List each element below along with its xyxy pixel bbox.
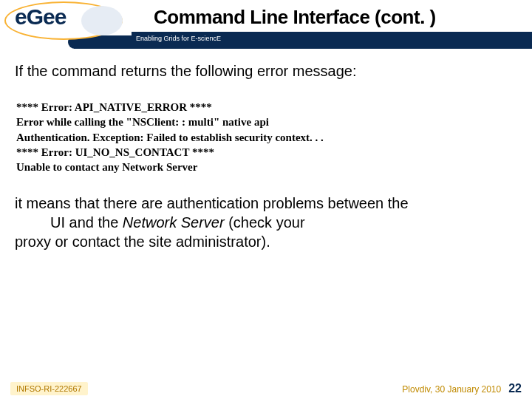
- error-line: Unable to contact any Network Server: [16, 160, 516, 174]
- error-line: Authentication. Exception: Failed to est…: [16, 130, 516, 145]
- explain-part: UI and the: [50, 214, 123, 231]
- slide-subtitle: Enabling Grids for E-sciencE: [132, 32, 532, 45]
- page-number: 22: [508, 382, 522, 395]
- intro-text: If the command returns the following err…: [15, 62, 517, 81]
- slide-footer: INFSO-RI-222667 Plovdiv, 30 January 2010…: [0, 378, 532, 399]
- logo: eGee: [0, 0, 127, 43]
- footer-reference: INFSO-RI-222667: [10, 382, 88, 395]
- explain-emphasis: Network Server: [123, 214, 225, 231]
- explain-part: proxy or contact the site administrator)…: [15, 233, 270, 250]
- slide-header: eGee Command Line Interface (cont. ) Ena…: [0, 0, 532, 55]
- error-message-block: **** Error: API_NATIVE_ERROR **** Error …: [16, 100, 516, 174]
- explain-part-indent: UI and the Network Server (check your: [15, 213, 517, 232]
- logo-ellipse-icon: [81, 6, 123, 35]
- error-line: **** Error: API_NATIVE_ERROR ****: [16, 100, 516, 115]
- slide-title: Command Line Interface (cont. ): [132, 0, 532, 32]
- egee-logo-icon: eGee: [0, 0, 127, 43]
- slide-body: If the command returns the following err…: [15, 62, 517, 369]
- logo-text: eGee: [15, 6, 66, 28]
- error-line: **** Error: UI_NO_NS_CONTACT ****: [16, 145, 516, 160]
- explain-part: (check your: [225, 214, 305, 231]
- footer-right: Plovdiv, 30 January 2010 22: [402, 382, 522, 395]
- footer-location: Plovdiv, 30 January 2010: [402, 384, 501, 395]
- error-line: Error while calling the "NSClient: : mul…: [16, 115, 516, 129]
- title-area: Command Line Interface (cont. ) Enabling…: [132, 0, 532, 55]
- explain-part: it means that there are authentication p…: [15, 195, 409, 211]
- explanation-text: it means that there are authentication p…: [15, 194, 517, 251]
- slide: eGee Command Line Interface (cont. ) Ena…: [0, 0, 532, 399]
